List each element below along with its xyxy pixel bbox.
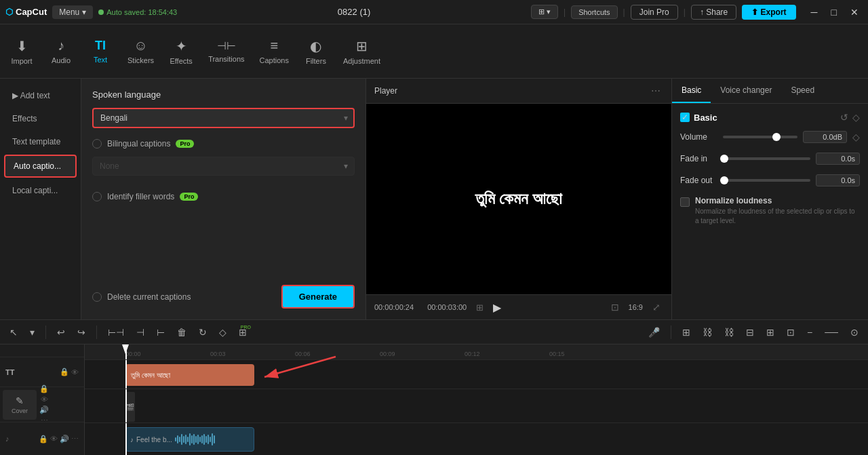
cover-label[interactable]: ✎ Cover [3, 390, 37, 420]
player-header-icons: ⋯ [648, 84, 663, 98]
text-lock-button[interactable]: 🔒 [60, 368, 69, 376]
audio-visibility-button[interactable]: 👁 [50, 435, 58, 443]
generate-button[interactable]: Generate [281, 285, 355, 309]
export-button[interactable]: ⬆ Export [742, 5, 795, 20]
rotate-button[interactable]: ↻ [195, 325, 211, 340]
unlink-button[interactable]: ⛓ [720, 325, 738, 340]
tl-sep-3 [671, 325, 671, 339]
shortcuts-button[interactable]: Shortcuts [571, 5, 617, 19]
share-button[interactable]: ↑ Share [691, 5, 736, 20]
redo-button[interactable]: ↪ [73, 325, 90, 340]
layout-button[interactable]: ⊞ ▾ [531, 5, 558, 19]
basic-enable-checkbox[interactable]: ✓ [680, 113, 690, 122]
sidebar-item-auto-caption[interactable]: Auto captio... [4, 155, 77, 178]
sidebar-item-local-caption[interactable]: Local capti... [4, 180, 77, 201]
project-id: 0822 (1) [182, 7, 526, 17]
audio-clip[interactable]: ♪ Feel the b... [125, 427, 254, 452]
toolbar-captions[interactable]: ≡ Captions [253, 34, 296, 68]
fit-all-button[interactable]: ⊙ [846, 325, 863, 340]
grid-view-button[interactable]: ⊞ [473, 301, 486, 314]
video-thumbnail[interactable]: 🎬 [125, 392, 135, 422]
playhead-audio [125, 423, 127, 455]
toolbar-filters[interactable]: ◐ Filters [297, 34, 335, 69]
fit-screen-button[interactable]: ⊡ [608, 300, 622, 314]
maximize-button[interactable]: □ [827, 5, 841, 19]
split-audio-button[interactable]: ⊟ [742, 325, 758, 340]
fade-in-input[interactable] [816, 153, 860, 165]
audio-track: ♪ Feel the b... [85, 423, 868, 455]
toolbar-text[interactable]: TI Text [81, 35, 119, 68]
fullscreen-button[interactable]: ⤢ [650, 300, 663, 314]
video-lock-button[interactable]: 🔒 [39, 384, 49, 393]
close-button[interactable]: ✕ [846, 5, 863, 19]
sidebar-item-effects[interactable]: Effects [4, 108, 77, 129]
ruler-mark-5: 00:15 [549, 351, 565, 357]
player-menu-icon[interactable]: ⋯ [648, 84, 663, 98]
fade-out-thumb[interactable] [720, 176, 728, 184]
toolbar-effects[interactable]: ✦ Effects [162, 34, 200, 69]
crop-button[interactable]: ◇ [215, 325, 231, 340]
split-video-button[interactable]: ⊞ [762, 325, 778, 340]
minimize-button[interactable]: ─ [807, 5, 822, 19]
zoom-in-button[interactable]: ⊞ [678, 325, 694, 340]
toolbar-stickers[interactable]: ☺ Stickers [121, 34, 161, 68]
fade-out-input[interactable] [816, 174, 860, 186]
right-panel: Basic Voice changer Speed ✓ Basic ↺ ◇ Vo… [671, 79, 868, 319]
delete-button[interactable]: 🗑 [173, 325, 191, 340]
fade-out-slider[interactable] [723, 179, 810, 182]
filler-words-radio[interactable] [92, 192, 102, 201]
volume-slider[interactable] [723, 136, 797, 138]
basic-restore-button[interactable]: ◇ [852, 112, 860, 123]
mic-button[interactable]: 🎤 [644, 325, 664, 340]
fade-in-thumb[interactable] [720, 155, 728, 163]
tab-voice-changer[interactable]: Voice changer [711, 79, 781, 103]
cover-text: Cover [12, 408, 28, 414]
basic-reset-button[interactable]: ↺ [840, 112, 848, 123]
none-select[interactable]: None [92, 157, 355, 176]
audio-more-button[interactable]: ⋯ [71, 435, 79, 443]
volume-reset[interactable]: ◇ [852, 132, 860, 142]
video-visibility-button[interactable]: 👁 [39, 395, 49, 403]
join-pro-button[interactable]: Join Pro [631, 5, 678, 20]
volume-input[interactable] [803, 131, 847, 143]
select-tool-button[interactable]: ↖ [5, 325, 22, 340]
aspect-ratio: 16:9 [629, 303, 643, 311]
timeline: ↖ ▾ ↩ ↪ ⊢⊣ ⊣ ⊢ 🗑 ↻ ◇ ⊞PRO 🎤 ⊞ ⛓ ⛓ ⊟ ⊞ ⊡ … [0, 319, 868, 455]
toolbar-adjustment[interactable]: ⊞ Adjustment [336, 34, 387, 69]
link-button[interactable]: ⛓ [698, 325, 716, 340]
toolbar-import[interactable]: ⬇ Import [3, 34, 41, 69]
fade-in-slider[interactable] [723, 157, 810, 160]
play-button[interactable]: ▶ [493, 301, 501, 314]
split-right-button[interactable]: ⊢ [153, 325, 169, 340]
add-track-button[interactable]: ⊞PRO [235, 325, 251, 340]
text-clip[interactable]: তুমি কেমন আছো [125, 364, 254, 386]
split-left-button[interactable]: ⊣ [132, 325, 149, 340]
toolbar-transitions[interactable]: ⊣⊢ Transitions [201, 35, 251, 67]
language-select[interactable]: Bengali [92, 108, 355, 128]
volume-thumb[interactable] [772, 133, 781, 141]
zoom-out-button[interactable]: − [803, 325, 816, 340]
bilingual-radio[interactable] [92, 139, 102, 149]
video-volume-button[interactable]: 🔊 [39, 405, 49, 414]
audio-lock-button[interactable]: 🔒 [39, 435, 48, 443]
sidebar-item-text-template[interactable]: Text template [4, 132, 77, 152]
audio-clip-label: Feel the b... [136, 436, 172, 443]
copy-button[interactable]: ⊡ [783, 325, 799, 340]
undo-button[interactable]: ↩ [53, 325, 69, 340]
menu-button[interactable]: Menu ▾ [52, 5, 93, 19]
adjustment-icon: ⊞ [356, 38, 368, 54]
sidebar-item-add-text[interactable]: ▶ Add text [4, 85, 77, 106]
delete-captions-checkbox[interactable] [92, 292, 102, 302]
audio-volume-button[interactable]: 🔊 [60, 435, 69, 443]
tab-basic[interactable]: Basic [672, 79, 711, 103]
select-dropdown[interactable]: ▾ [26, 325, 39, 340]
zoom-slider[interactable]: ── [821, 325, 842, 340]
timeline-ruler: 00:00 00:03 00:06 00:09 00:12 00:15 [85, 344, 868, 360]
video-track: 🎬 [85, 389, 868, 423]
normalize-checkbox[interactable] [680, 197, 690, 207]
tab-speed[interactable]: Speed [781, 79, 824, 103]
toolbar-audio[interactable]: ♪ Audio [42, 34, 80, 68]
text-visibility-button[interactable]: 👁 [71, 368, 79, 376]
split-button[interactable]: ⊢⊣ [104, 325, 128, 340]
timeline-toolbar: ↖ ▾ ↩ ↪ ⊢⊣ ⊣ ⊢ 🗑 ↻ ◇ ⊞PRO 🎤 ⊞ ⛓ ⛓ ⊟ ⊞ ⊡ … [0, 320, 868, 344]
